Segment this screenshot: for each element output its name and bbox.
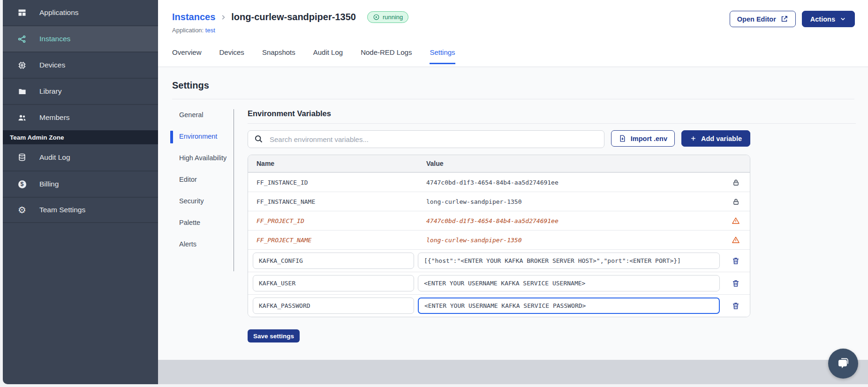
page-title: Settings — [172, 80, 868, 91]
env-var-value: 4747c0bd-d1f3-4654-84b4-aa5d274691ee — [418, 179, 722, 186]
sidebar-item-label: Team Settings — [39, 206, 85, 214]
tab-node-red-logs[interactable]: Node-RED Logs — [361, 48, 412, 64]
table-row: FF_INSTANCE_ID 4747c0bd-d1f3-4654-84b4-a… — [248, 172, 750, 192]
sidebar-item-devices[interactable]: Devices — [3, 52, 158, 78]
subnav-high-availability[interactable]: High Availability — [179, 153, 228, 163]
sidebar-item-team-settings[interactable]: Team Settings — [3, 197, 158, 223]
audit-log-icon — [17, 153, 27, 162]
plus-icon — [690, 135, 697, 142]
billing-icon — [17, 179, 27, 189]
section-title: Environment Variables — [248, 109, 856, 124]
sidebar-item-label: Audit Log — [39, 153, 70, 162]
chevron-down-icon — [839, 15, 846, 22]
env-var-name: FF_PROJECT_ID — [248, 217, 418, 224]
table-header: Name Value — [248, 155, 750, 172]
sidebar-item-instances[interactable]: Instances — [3, 25, 158, 52]
external-link-icon — [780, 15, 788, 23]
sidebar-item-label: Devices — [39, 61, 65, 69]
open-editor-button[interactable]: Open Editor — [730, 11, 796, 27]
table-row — [248, 294, 750, 317]
subnav-editor[interactable]: Editor — [179, 175, 228, 185]
team-settings-icon — [17, 205, 27, 215]
open-editor-label: Open Editor — [737, 15, 776, 23]
instance-name: long-curlew-sandpiper-1350 — [231, 12, 356, 22]
table-row: FF_PROJECT_ID 4747c0bd-d1f3-4654-84b4-aa… — [248, 211, 750, 230]
sidebar-item-applications[interactable]: Applications — [3, 0, 158, 25]
actions-label: Actions — [810, 15, 835, 23]
sidebar-item-billing[interactable]: Billing — [3, 171, 158, 197]
column-header-name: Name — [248, 160, 418, 167]
env-var-value-input[interactable] — [418, 253, 720, 269]
status-label: running — [383, 14, 403, 21]
subnav-general[interactable]: General — [179, 110, 228, 120]
tab-snapshots[interactable]: Snapshots — [262, 48, 295, 64]
delete-variable-button[interactable] — [732, 301, 740, 310]
subnav-palette[interactable]: Palette — [179, 218, 228, 228]
subnav-security[interactable]: Security — [179, 196, 228, 206]
env-var-value-input[interactable] — [418, 275, 720, 291]
tab-devices[interactable]: Devices — [219, 48, 244, 64]
application-link[interactable]: test — [205, 27, 215, 34]
instance-tabs: Overview Devices Snapshots Audit Log Nod… — [158, 48, 868, 64]
env-var-name: FF_INSTANCE_ID — [248, 179, 418, 186]
actions-button[interactable]: Actions — [802, 11, 855, 27]
sidebar-item-members[interactable]: Members — [3, 104, 158, 130]
chat-icon — [836, 356, 851, 371]
lock-icon — [732, 198, 740, 206]
tab-audit-log[interactable]: Audit Log — [313, 48, 343, 64]
tab-settings[interactable]: Settings — [430, 48, 455, 64]
import-env-button[interactable]: Import .env — [611, 130, 675, 147]
env-variables-table: Name Value FF_INSTANCE_ID 4747c0bd-d1f3-… — [248, 155, 750, 317]
table-row — [248, 272, 750, 294]
trash-icon — [732, 279, 740, 288]
search-icon — [254, 134, 264, 144]
warning-icon — [732, 216, 740, 225]
chat-launcher[interactable] — [828, 349, 858, 379]
settings-subnav: General Environment High Availability Ed… — [172, 109, 234, 271]
warning-icon — [732, 236, 740, 244]
sidebar-item-label: Instances — [39, 35, 70, 43]
library-icon — [17, 87, 27, 96]
env-var-name-input[interactable] — [253, 275, 414, 291]
environment-panel: Environment Variables Import .env Add va… — [248, 109, 868, 342]
add-variable-button[interactable]: Add variable — [681, 130, 750, 147]
trash-icon — [732, 256, 740, 265]
column-header-value: Value — [418, 160, 722, 167]
env-var-value: long-curlew-sandpiper-1350 — [418, 237, 722, 244]
application-label: Application: — [172, 27, 204, 34]
add-variable-label: Add variable — [701, 135, 742, 142]
sidebar-item-audit-log[interactable]: Audit Log — [3, 144, 158, 171]
search-box — [248, 130, 604, 148]
import-icon — [619, 134, 626, 142]
env-var-name: FF_INSTANCE_NAME — [248, 198, 418, 205]
sidebar-item-label: Members — [39, 113, 70, 122]
devices-icon — [17, 60, 27, 70]
status-badge: running — [367, 11, 408, 23]
footer-band — [158, 360, 868, 384]
import-env-label: Import .env — [631, 135, 667, 142]
subnav-environment[interactable]: Environment — [179, 132, 228, 141]
instances-icon — [17, 34, 27, 44]
search-input[interactable] — [248, 130, 604, 148]
env-var-name-input[interactable] — [253, 298, 414, 314]
sidebar-section-label: Team Admin Zone — [10, 134, 64, 141]
breadcrumb-instances-link[interactable]: Instances — [172, 12, 215, 22]
env-var-name-input[interactable] — [253, 253, 414, 269]
sidebar-section-team-admin-zone: Team Admin Zone — [3, 130, 158, 144]
sidebar: Applications Instances Devices Library M… — [3, 0, 158, 384]
trash-icon — [732, 301, 740, 310]
tab-overview[interactable]: Overview — [172, 48, 202, 64]
sidebar-item-label: Applications — [39, 8, 79, 17]
sidebar-item-label: Billing — [39, 180, 59, 188]
sidebar-item-library[interactable]: Library — [3, 78, 158, 104]
env-var-value-input-focused[interactable] — [418, 298, 720, 314]
table-row: FF_PROJECT_NAME long-curlew-sandpiper-13… — [248, 230, 750, 249]
running-icon — [373, 14, 380, 21]
subnav-alerts[interactable]: Alerts — [179, 239, 228, 249]
delete-variable-button[interactable] — [732, 256, 740, 265]
save-settings-button[interactable]: Save settings — [248, 329, 300, 342]
members-icon — [17, 113, 27, 122]
delete-variable-button[interactable] — [732, 279, 740, 288]
title-divider — [172, 99, 854, 99]
table-row: FF_INSTANCE_NAME long-curlew-sandpiper-1… — [248, 192, 750, 211]
